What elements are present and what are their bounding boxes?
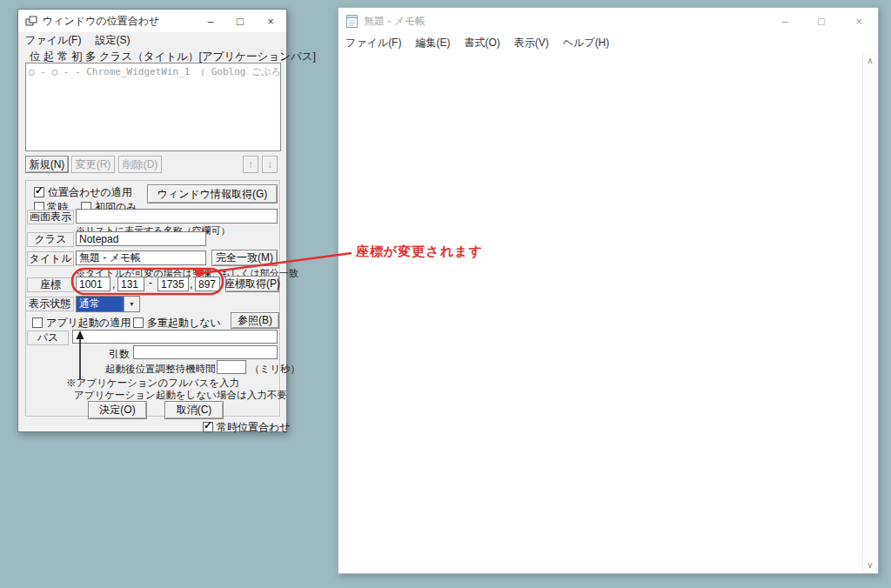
tool-titlebar: ウィンドウの位置合わせ – □ × [18,10,286,32]
app-launch-checkbox[interactable] [32,317,43,328]
maximize-icon[interactable]: □ [803,8,840,34]
exact-match-button[interactable]: 完全一致(M) [211,250,278,266]
class-input[interactable] [76,231,206,246]
coord-dash: - [149,277,152,289]
wait-time-unit: （ミリ秒） [250,363,300,376]
notepad-title: 無題 - メモ帳 [364,14,425,29]
path-label: パス [27,331,69,345]
args-input[interactable] [133,345,278,359]
title-label: タイトル [27,251,74,266]
path-note-2: アプリケーション起動をしない場合は入力不要 [74,389,287,402]
menu-file[interactable]: ファイル(F) [18,31,88,50]
ok-button[interactable]: 決定(O) [88,401,147,419]
coord-separator2: , [190,278,192,291]
display-state-label: 表示状態 [25,297,74,311]
apply-alignment-label: 位置合わせの適用 [48,185,132,200]
close-icon[interactable]: × [255,10,286,32]
scroll-down-icon[interactable]: ∨ [867,560,873,570]
minimize-icon[interactable]: – [196,10,225,32]
vertical-scrollbar[interactable]: ∧ ∨ [862,53,877,572]
menu-settings[interactable]: 設定(S) [88,31,137,50]
get-coordinates-button[interactable]: 座標取得(P) [225,276,279,292]
coord-right-input[interactable] [157,277,189,291]
list-item[interactable]: ○ - ○ - - Chrome_WidgetWin_1 （ Goblog ごぶ… [26,63,280,80]
coord-bottom-input[interactable] [195,277,220,291]
window-title: ウィンドウの位置合わせ [43,14,159,29]
chevron-down-icon[interactable]: ▼ [124,297,139,311]
window-controls: – □ × [196,10,286,32]
new-button[interactable]: 新規(N) [25,156,69,173]
scroll-up-icon[interactable]: ∧ [867,56,873,65]
desktop: { "canvas": { "bg": "#9cb9bf" }, "icons"… [0,0,891,588]
move-down-icon: ↓ [262,156,278,173]
screen-display-label: 画面表示 [27,210,74,224]
cancel-button[interactable]: 取消(C) [164,401,224,419]
notepad-text-area[interactable] [339,53,862,572]
coord-top-input[interactable] [117,277,144,291]
title-input[interactable] [76,251,206,265]
path-input[interactable] [72,330,278,344]
maximize-icon[interactable]: □ [225,10,255,32]
annotation-text: 座標が変更されます [356,244,483,260]
app-icon [25,16,37,27]
menu-edit[interactable]: 編集(E) [408,34,457,52]
always-align-checkbox[interactable] [203,422,213,432]
change-button: 変更(R) [71,156,115,173]
display-state-dropdown[interactable]: 通常 ▼ [76,296,140,312]
minimize-icon[interactable]: – [767,8,803,34]
coord-separator: , [112,278,115,291]
coord-left-input[interactable] [76,277,111,291]
menu-view[interactable]: 表示(V) [507,34,556,52]
app-launch-label: アプリ起動の適用 [46,316,131,331]
notepad-menubar: ファイル(F) 編集(E) 書式(O) 表示(V) ヘルプ(H) [338,34,878,52]
notepad-titlebar: 無題 - メモ帳 – □ × [338,8,878,34]
tool-menubar: ファイル(F) 設定(S) [18,32,286,48]
coordinates-label: 座標 [27,277,74,292]
wait-time-input[interactable] [217,360,246,374]
notepad-icon [345,13,358,29]
args-label: 引数 [109,347,130,362]
delete-button: 削除(D) [118,156,162,173]
window-list[interactable]: ○ - ○ - - Chrome_WidgetWin_1 （ Goblog ごぶ… [25,63,281,151]
path-note-1: ※アプリケーションのフルパスを入力 [66,377,239,390]
no-multi-launch-label: 多重起動しない [147,316,221,331]
notepad-window: 無題 - メモ帳 – □ × ファイル(F) 編集(E) 書式(O) 表示(V)… [338,7,879,574]
no-multi-launch-checkbox[interactable] [133,317,144,328]
apply-alignment-checkbox[interactable] [34,187,44,197]
move-up-icon: ↑ [243,156,258,173]
display-state-value: 通常 [77,297,124,311]
class-label: クラス [27,232,74,247]
notepad-window-controls: – □ × [767,8,878,34]
get-window-info-button[interactable]: ウィンドウ情報取得(G) [147,184,278,204]
menu-file[interactable]: ファイル(F) [338,34,408,52]
alignment-tool-window: ウィンドウの位置合わせ – □ × ファイル(F) 設定(S) 位 起 常 初 … [17,9,287,432]
always-align-label: 常時位置合わせ [217,420,291,435]
wait-time-label: 起動後位置調整待機時間 [105,363,216,376]
browse-button[interactable]: 参照(B) [231,312,279,329]
menu-format[interactable]: 書式(O) [457,34,506,52]
close-icon[interactable]: × [840,8,878,34]
screen-display-input[interactable] [76,209,278,224]
menu-help[interactable]: ヘルプ(H) [556,34,617,52]
